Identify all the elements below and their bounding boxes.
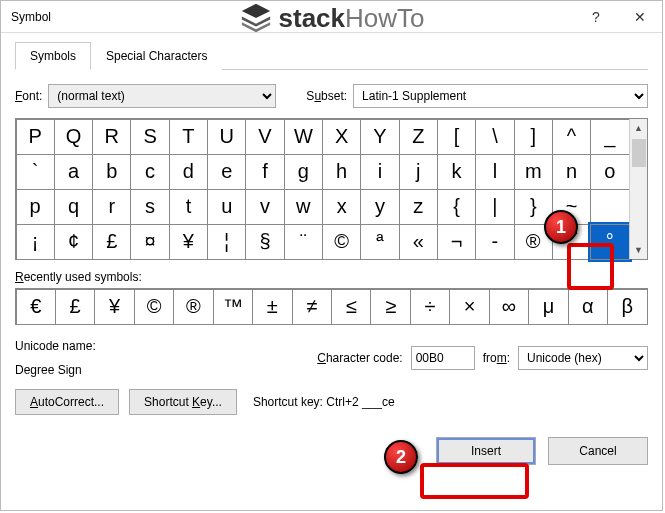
symbol-cell[interactable]: f: [245, 154, 284, 190]
symbol-cell[interactable]: i: [360, 154, 399, 190]
titlebar: Symbol ? ✕: [1, 1, 662, 33]
recent-symbol-cell[interactable]: £: [55, 289, 95, 325]
symbol-cell[interactable]: |: [475, 189, 514, 225]
symbol-cell[interactable]: {: [437, 189, 476, 225]
symbol-cell[interactable]: }: [514, 189, 553, 225]
recent-symbol-cell[interactable]: ¥: [94, 289, 134, 325]
recent-symbol-cell[interactable]: ×: [449, 289, 489, 325]
symbol-cell[interactable]: X: [322, 119, 361, 155]
symbol-cell[interactable]: V: [245, 119, 284, 155]
recent-symbol-cell[interactable]: ™: [213, 289, 253, 325]
symbol-cell[interactable]: [: [437, 119, 476, 155]
shortcut-key-button[interactable]: Shortcut Key...: [129, 389, 237, 415]
symbol-cell[interactable]: ¬: [437, 224, 476, 260]
recent-symbol-cell[interactable]: ®: [173, 289, 213, 325]
cancel-button[interactable]: Cancel: [548, 437, 648, 465]
symbol-cell[interactable]: ¨: [284, 224, 323, 260]
symbol-cell[interactable]: U: [207, 119, 246, 155]
tab-symbols[interactable]: Symbols: [15, 42, 91, 70]
recent-symbol-cell[interactable]: ∞: [489, 289, 529, 325]
symbol-cell[interactable]: °: [590, 224, 629, 260]
symbol-cell[interactable]: o: [590, 154, 629, 190]
symbol-cell[interactable]: t: [169, 189, 208, 225]
symbol-cell[interactable]: k: [437, 154, 476, 190]
symbol-cell[interactable]: a: [54, 154, 93, 190]
symbol-cell[interactable]: p: [16, 189, 55, 225]
scroll-down-icon[interactable]: ▼: [630, 241, 647, 259]
symbol-cell[interactable]: ©: [322, 224, 361, 260]
symbol-cell[interactable]: n: [552, 154, 591, 190]
symbol-cell[interactable]: ¤: [130, 224, 169, 260]
recent-symbol-cell[interactable]: β: [607, 289, 647, 325]
recent-symbol-cell[interactable]: α: [568, 289, 608, 325]
symbol-cell[interactable]: r: [92, 189, 131, 225]
symbol-cell[interactable]: ¢: [54, 224, 93, 260]
subset-select[interactable]: Latin-1 Supplement: [353, 84, 648, 108]
tab-special-characters[interactable]: Special Characters: [91, 42, 222, 70]
symbol-cell[interactable]: c: [130, 154, 169, 190]
symbol-cell[interactable]: Y: [360, 119, 399, 155]
symbol-cell[interactable]: v: [245, 189, 284, 225]
symbol-cell[interactable]: w: [284, 189, 323, 225]
symbol-cell[interactable]: g: [284, 154, 323, 190]
symbol-cell[interactable]: e: [207, 154, 246, 190]
symbol-cell[interactable]: b: [92, 154, 131, 190]
symbol-cell[interactable]: _: [590, 119, 629, 155]
grid-scrollbar[interactable]: ▲ ▼: [629, 119, 647, 259]
symbol-cell[interactable]: j: [399, 154, 438, 190]
symbol-cell[interactable]: «: [399, 224, 438, 260]
unicode-name-value: Degree Sign: [15, 363, 215, 377]
symbol-cell[interactable]: d: [169, 154, 208, 190]
symbol-cell[interactable]: \: [475, 119, 514, 155]
symbol-cell[interactable]: x: [322, 189, 361, 225]
symbol-cell[interactable]: T: [169, 119, 208, 155]
recent-symbol-cell[interactable]: ≥: [370, 289, 410, 325]
symbol-cell[interactable]: ¦: [207, 224, 246, 260]
recent-symbol-cell[interactable]: ≠: [292, 289, 332, 325]
from-select[interactable]: Unicode (hex): [518, 346, 648, 370]
insert-button[interactable]: Insert: [436, 437, 536, 465]
recent-symbol-cell[interactable]: ±: [252, 289, 292, 325]
recent-symbol-cell[interactable]: €: [16, 289, 56, 325]
symbol-cell[interactable]: s: [130, 189, 169, 225]
symbol-grid-wrap: PQRSTUVWXYZ[\]^_`abcdefghijklmnopqrstuvw…: [15, 118, 648, 260]
symbol-cell[interactable]: P: [16, 119, 55, 155]
char-code-input[interactable]: [411, 346, 475, 370]
symbol-cell[interactable]: Q: [54, 119, 93, 155]
symbol-cell[interactable]: ª: [360, 224, 399, 260]
symbol-cell[interactable]: R: [92, 119, 131, 155]
symbol-cell[interactable]: ­-: [475, 224, 514, 260]
symbol-cell[interactable]: z: [399, 189, 438, 225]
symbol-cell[interactable]: ¯: [552, 224, 591, 260]
help-button[interactable]: ?: [574, 2, 618, 32]
symbol-cell[interactable]: ^: [552, 119, 591, 155]
close-button[interactable]: ✕: [618, 2, 662, 32]
symbol-cell[interactable]: q: [54, 189, 93, 225]
symbol-cell[interactable]: ]: [514, 119, 553, 155]
scroll-up-icon[interactable]: ▲: [630, 119, 647, 137]
symbol-cell[interactable]: Z: [399, 119, 438, 155]
symbol-cell[interactable]: y: [360, 189, 399, 225]
symbol-cell[interactable]: [590, 189, 629, 225]
symbol-cell[interactable]: S: [130, 119, 169, 155]
symbol-cell[interactable]: ¡: [16, 224, 55, 260]
recent-symbol-cell[interactable]: μ: [528, 289, 568, 325]
autocorrect-button[interactable]: AutoCorrect...: [15, 389, 119, 415]
recent-symbol-cell[interactable]: ÷: [410, 289, 450, 325]
font-select[interactable]: (normal text): [48, 84, 276, 108]
symbol-cell[interactable]: u: [207, 189, 246, 225]
symbol-cell[interactable]: ~: [552, 189, 591, 225]
symbol-cell[interactable]: §: [245, 224, 284, 260]
symbol-cell[interactable]: W: [284, 119, 323, 155]
symbol-cell[interactable]: `: [16, 154, 55, 190]
recent-symbol-cell[interactable]: ≤: [331, 289, 371, 325]
symbol-cell[interactable]: h: [322, 154, 361, 190]
symbol-cell[interactable]: l: [475, 154, 514, 190]
symbol-cell[interactable]: ¥: [169, 224, 208, 260]
scroll-thumb[interactable]: [632, 139, 646, 167]
symbol-cell[interactable]: ®: [514, 224, 553, 260]
font-subset-row: Font: (normal text) Subset: Latin-1 Supp…: [15, 84, 648, 108]
recent-symbol-cell[interactable]: ©: [134, 289, 174, 325]
symbol-cell[interactable]: m: [514, 154, 553, 190]
symbol-cell[interactable]: £: [92, 224, 131, 260]
